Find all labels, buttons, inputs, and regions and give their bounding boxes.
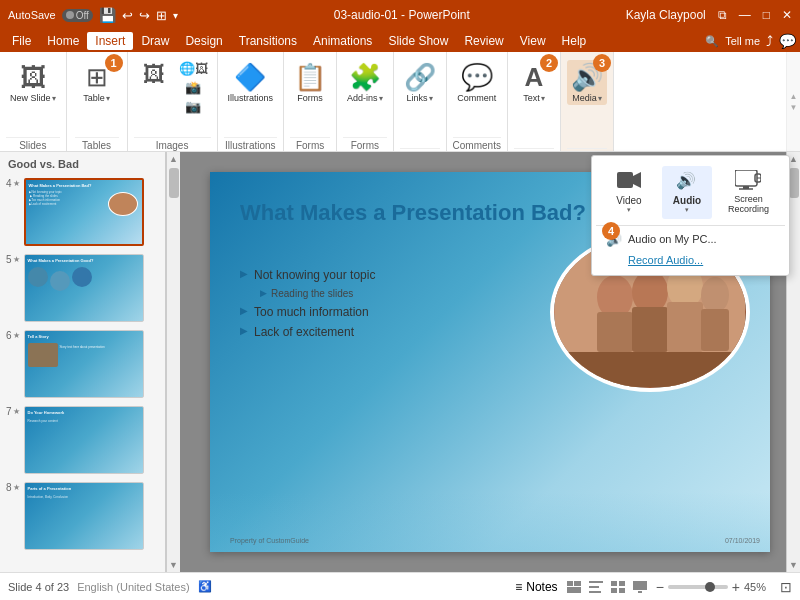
menu-insert[interactable]: Insert	[87, 32, 133, 50]
media-arrow: ▾	[598, 94, 602, 103]
status-right: ≡ Notes − + 45% ⊡	[515, 577, 792, 597]
video-button[interactable]: Video ▾	[604, 166, 654, 219]
minimize-button[interactable]: —	[739, 8, 751, 22]
notes-button[interactable]: ≡ Notes	[515, 580, 557, 594]
fit-to-window-button[interactable]: ⊡	[780, 579, 792, 595]
accessibility-icon[interactable]: ♿	[198, 580, 212, 593]
record-audio-button[interactable]: Record Audio...	[596, 251, 785, 269]
ribbon-group-media: 🔊 Media ▾ 3	[561, 52, 614, 151]
badge-2: 2	[540, 54, 558, 72]
slide-bullet-1: ▶ Not knowing your topic	[240, 268, 375, 282]
save-icon[interactable]: 💾	[99, 7, 116, 23]
ribbon-group-images-label: Images	[134, 137, 211, 151]
menu-transitions[interactable]: Transitions	[231, 32, 305, 50]
panel-scroll-down[interactable]: ▼	[167, 558, 180, 572]
sub-bullet-text-1: Reading the slides	[271, 288, 353, 299]
ribbon-group-media-label	[567, 148, 607, 151]
links-label: Links	[407, 93, 428, 103]
maximize-button[interactable]: □	[763, 8, 770, 22]
slide-thumb-6[interactable]: 6 ★ Tell a Story Story text here about p…	[4, 328, 161, 400]
undo-icon[interactable]: ↩	[122, 8, 133, 23]
slide-thumb-img-8[interactable]: Parts of a Presentation Introduction, Bo…	[24, 482, 144, 550]
outline-view-button[interactable]	[586, 577, 606, 597]
slide-num-5: 5	[6, 254, 12, 265]
menu-slideshow[interactable]: Slide Show	[380, 32, 456, 50]
presenter-view-button[interactable]	[630, 577, 650, 597]
audio-button[interactable]: 🔊 Audio ▾	[662, 166, 712, 219]
panel-scroll-thumb[interactable]	[169, 168, 179, 198]
editor-scroll-thumb[interactable]	[789, 168, 799, 198]
ribbon-group-text-label	[514, 148, 554, 151]
svg-rect-15	[589, 591, 601, 593]
svg-rect-2	[597, 312, 633, 352]
pictures-icon: 🖼	[143, 62, 165, 88]
menu-review[interactable]: Review	[456, 32, 511, 50]
badge-3: 3	[593, 54, 611, 72]
video-icon	[617, 170, 641, 195]
slide-thumb-5[interactable]: 5 ★ What Makes a Presentation Good?	[4, 252, 161, 324]
addins-arrow: ▾	[379, 94, 383, 103]
links-arrow: ▾	[429, 94, 433, 103]
svg-rect-17	[619, 581, 625, 586]
comment-button[interactable]: 💬 Comment	[453, 60, 500, 105]
online-pictures-button[interactable]: 🌐🖼	[176, 60, 211, 77]
menu-draw[interactable]: Draw	[133, 32, 177, 50]
bullet-text-3: Lack of excitement	[254, 325, 354, 339]
tell-me-label[interactable]: Tell me	[725, 35, 760, 47]
slide-thumb-img-7[interactable]: Do Your Homework Research your content	[24, 406, 144, 474]
restore-icon[interactable]: ⧉	[718, 8, 727, 22]
star-5: ★	[13, 255, 20, 264]
screenshot-button[interactable]: 📸	[176, 79, 211, 96]
slide-thumb-4[interactable]: 4 ★ What Makes a Presentation Bad? ▶ Not…	[4, 176, 161, 248]
photo-album-button[interactable]: 📷	[176, 98, 211, 115]
slide-thumb-7[interactable]: 7 ★ Do Your Homework Research your conte…	[4, 404, 161, 476]
zoom-label: 45%	[744, 581, 774, 593]
share-icon[interactable]: ⤴	[766, 33, 773, 49]
customize-icon[interactable]: ⊞	[156, 8, 167, 23]
slide-sorter-button[interactable]	[608, 577, 628, 597]
new-slide-button[interactable]: 🖼 New Slide ▾	[6, 60, 60, 105]
zoom-slider[interactable]	[668, 585, 728, 589]
autosave-off-label: Off	[76, 10, 89, 21]
zoom-out-button[interactable]: −	[656, 579, 664, 595]
menu-file[interactable]: File	[4, 32, 39, 50]
normal-view-button[interactable]	[564, 577, 584, 597]
dropdown-icon[interactable]: ▾	[173, 10, 178, 21]
star-7: ★	[13, 407, 20, 416]
slide-thumb-img-4[interactable]: What Makes a Presentation Bad? ▶ Not kno…	[24, 178, 144, 246]
links-button[interactable]: 🔗 Links ▾	[400, 60, 440, 105]
forms-button[interactable]: 📋 Forms	[290, 60, 330, 105]
close-button[interactable]: ✕	[782, 8, 792, 22]
menu-home[interactable]: Home	[39, 32, 87, 50]
slide-bullet-sub-1: ▶ Reading the slides	[260, 288, 375, 299]
menu-view[interactable]: View	[512, 32, 554, 50]
slide-thumb-img-6[interactable]: Tell a Story Story text here about prese…	[24, 330, 144, 398]
text-label: Text	[523, 93, 540, 103]
panel-scroll-up[interactable]: ▲	[167, 152, 180, 166]
menu-bar: File Home Insert Draw Design Transitions…	[0, 30, 800, 52]
screen-recording-button[interactable]: ScreenRecording	[720, 166, 777, 219]
zoom-in-button[interactable]: +	[732, 579, 740, 595]
title-bar-center: 03-audio-01 - PowerPoint	[334, 8, 470, 22]
menu-help[interactable]: Help	[554, 32, 595, 50]
slide-thumb-img-5[interactable]: What Makes a Presentation Good?	[24, 254, 144, 322]
menu-animations[interactable]: Animations	[305, 32, 380, 50]
autosave-toggle[interactable]: Off	[62, 9, 93, 22]
notes-icon: ≡	[515, 580, 522, 594]
audio-on-pc-button[interactable]: 🔊 Audio on My PC... 4	[596, 228, 785, 251]
slide-num-8: 8	[6, 482, 12, 493]
pictures-button[interactable]: 🖼	[134, 60, 174, 90]
ribbon-group-forms: 📋 Forms Forms	[284, 52, 337, 151]
zoom-slider-thumb[interactable]	[705, 582, 715, 592]
editor-scroll-down[interactable]: ▼	[787, 558, 800, 572]
comments-icon[interactable]: 💬	[779, 33, 796, 49]
addins-button[interactable]: 🧩 Add-ins ▾	[343, 60, 387, 105]
ribbon-group-slides: 🖼 New Slide ▾ Slides	[0, 52, 67, 151]
menu-design[interactable]: Design	[177, 32, 230, 50]
online-pictures-icon: 🌐🖼	[179, 61, 208, 76]
addins-label: Add-ins	[347, 93, 378, 103]
illustrations-button[interactable]: 🔷 Illustrations	[224, 60, 278, 105]
redo-icon[interactable]: ↪	[139, 8, 150, 23]
media-label: Media	[572, 93, 597, 103]
slide-thumb-8[interactable]: 8 ★ Parts of a Presentation Introduction…	[4, 480, 161, 552]
